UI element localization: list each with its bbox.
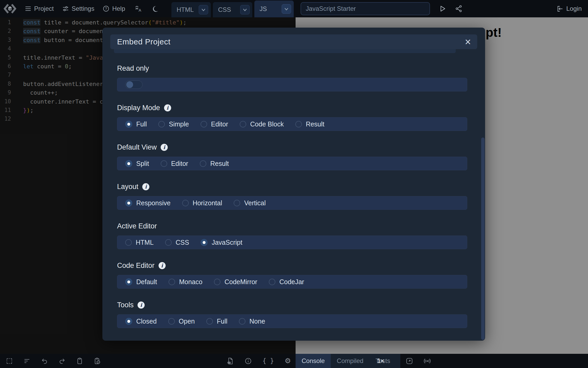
editor-tab-label: JS (260, 5, 267, 13)
modal-section-read-only: Read only (117, 65, 467, 91)
chevron-down-icon[interactable] (199, 5, 208, 14)
project-info-icon[interactable] (245, 357, 252, 365)
modal-title: Embed Project (117, 37, 170, 46)
section-label-row: Read only (117, 65, 467, 72)
project-title-input[interactable] (301, 2, 430, 15)
section-label: Display Mode (117, 104, 160, 112)
radio-option-code-block[interactable]: Code Block (240, 120, 284, 128)
close-icon[interactable]: × (465, 38, 471, 46)
info-icon[interactable]: i (138, 301, 145, 309)
radio-option-css[interactable]: CSS (165, 239, 189, 246)
custom-settings-braces-icon[interactable]: { } (262, 357, 274, 365)
radio-icon (269, 279, 275, 285)
radio-option-split[interactable]: Split (125, 160, 149, 167)
select-all-icon[interactable] (6, 357, 13, 365)
radio-option-result[interactable]: Result (295, 120, 324, 128)
radio-option-simple[interactable]: Simple (158, 120, 189, 128)
svg-text:A: A (139, 8, 141, 12)
radio-option-result[interactable]: Result (200, 160, 229, 167)
settings-gear-icon[interactable]: ⚙ (285, 357, 291, 365)
radio-label: Split (136, 160, 149, 167)
broadcast-icon[interactable] (424, 357, 431, 365)
radio-option-full[interactable]: Full (125, 120, 147, 128)
radio-icon (158, 121, 165, 127)
tab-console[interactable]: Console (296, 354, 331, 368)
radio-option-codemirror[interactable]: CodeMirror (214, 278, 257, 286)
status-bar: { } ⚙ ConsoleCompiledTests 1× (0, 354, 588, 368)
radio-option-responsive[interactable]: Responsive (125, 199, 171, 207)
radio-option-horizontal[interactable]: Horizontal (182, 199, 222, 207)
radio-label: None (249, 318, 265, 325)
radio-option-html[interactable]: HTML (125, 239, 154, 246)
login-button[interactable]: Login (556, 5, 582, 12)
open-result-window-icon[interactable] (406, 357, 413, 365)
radio-option-default[interactable]: Default (125, 278, 157, 286)
app-logo-icon[interactable] (4, 3, 16, 14)
editor-tab-html[interactable]: HTML (171, 2, 211, 17)
radio-option-open[interactable]: Open (168, 318, 195, 325)
radio-icon (125, 160, 132, 167)
radio-label: Responsive (136, 199, 171, 207)
info-icon[interactable]: i (159, 262, 166, 269)
radio-option-none[interactable]: None (239, 318, 265, 325)
top-toolbar: Project Settings ? Help (0, 0, 588, 17)
radio-option-full[interactable]: Full (206, 318, 227, 325)
section-label-row: Code Editori (117, 262, 467, 269)
chevron-down-icon[interactable] (240, 5, 250, 14)
radio-option-editor[interactable]: Editor (201, 120, 228, 128)
share-icon[interactable] (455, 5, 463, 12)
menu-help-label: Help (112, 5, 125, 12)
radio-option-editor[interactable]: Editor (161, 160, 188, 167)
radio-icon (201, 121, 207, 127)
section-label-row: Default Viewi (117, 144, 467, 151)
section-label-row: Active Editor (117, 222, 467, 230)
copy-icon[interactable] (76, 357, 83, 365)
dark-mode-moon-icon[interactable] (151, 5, 159, 12)
tab-compiled[interactable]: Compiled (331, 354, 369, 368)
radio-dot (127, 162, 130, 165)
zoom-level-button[interactable]: 1× (377, 354, 384, 368)
radio-label: JavaScript (212, 239, 242, 246)
radio-label: Default (136, 278, 157, 286)
run-button[interactable] (439, 5, 446, 12)
modal-section-default-view: Default ViewiSplitEditorResult (117, 144, 467, 170)
radio-icon (214, 279, 220, 285)
read-only-toggle[interactable] (125, 80, 143, 89)
radio-option-javascript[interactable]: JavaScript (201, 239, 242, 246)
editor-tab-css[interactable]: CSS (213, 2, 252, 17)
login-label: Login (566, 5, 582, 12)
chevron-down-icon[interactable] (282, 4, 291, 14)
radio-option-vertical[interactable]: Vertical (234, 199, 266, 207)
modal-section-layout: LayoutiResponsiveHorizontalVertical (117, 183, 467, 210)
section-controls (117, 78, 467, 91)
radio-icon (206, 318, 213, 325)
radio-dot (127, 202, 130, 205)
info-icon[interactable]: i (161, 144, 168, 151)
radio-label: CSS (176, 239, 189, 246)
radio-option-monaco[interactable]: Monaco (169, 278, 202, 286)
radio-icon (125, 121, 132, 128)
menu-help[interactable]: ? Help (103, 5, 125, 12)
menu-project[interactable]: Project (25, 5, 54, 12)
menu-settings[interactable]: Settings (62, 5, 94, 12)
radio-label: Vertical (244, 199, 266, 207)
external-resources-icon[interactable] (227, 357, 234, 365)
radio-dot (127, 123, 130, 126)
section-controls: DefaultMonacoCodeMirrorCodeJar (117, 275, 467, 289)
undo-icon[interactable] (41, 357, 48, 365)
radio-icon (125, 200, 132, 207)
editor-tab-js[interactable]: JS (254, 1, 294, 17)
radio-option-closed[interactable]: Closed (125, 318, 157, 325)
modal-section-code-editor: Code EditoriDefaultMonacoCodeMirrorCodeJ… (117, 262, 467, 289)
radio-icon (200, 160, 206, 167)
radio-dot (127, 320, 130, 323)
radio-option-codejar[interactable]: CodeJar (269, 278, 304, 286)
info-icon[interactable]: i (142, 183, 149, 190)
redo-icon[interactable] (59, 357, 66, 365)
radio-label: Monaco (179, 278, 202, 286)
translate-icon[interactable]: A (135, 5, 142, 12)
paste-icon[interactable] (94, 357, 101, 365)
info-icon[interactable]: i (164, 104, 171, 111)
modal-scrollbar-thumb[interactable] (481, 137, 485, 340)
format-code-icon[interactable] (23, 357, 30, 365)
